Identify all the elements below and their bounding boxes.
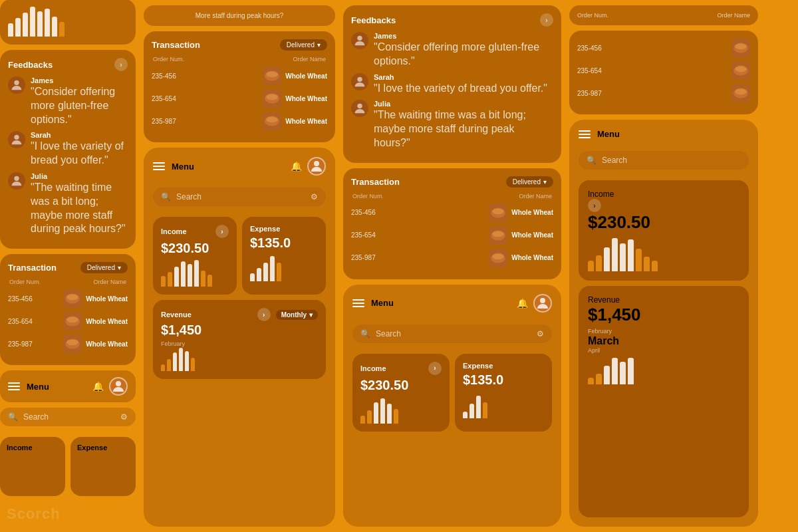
transaction-title-2: Transaction [152, 40, 200, 50]
transaction-card-col1: Transaction Delivered ▾ Order Num. Order… [0, 254, 136, 365]
income-chart-col3 [360, 397, 442, 424]
table-row: 235-654 Whole Wheat [8, 312, 128, 331]
svg-point-13 [267, 94, 278, 100]
app-screen-col3: Menu 🔔 🔍 Search ⚙ Income › $230.50 [343, 285, 561, 527]
feedback-quote-j3: "Consider offering more gluten-free opti… [374, 41, 553, 68]
table-row: 235-987 [577, 84, 750, 102]
search-icon-col1: 🔍 [8, 412, 18, 422]
avatar-julia [8, 172, 25, 190]
expense-card: Expense $135.0 [242, 217, 326, 295]
expense-label: Expense [250, 225, 280, 233]
revenue-chart [161, 348, 318, 371]
svg-point-23 [493, 231, 504, 237]
table-row: 235-456 Whole Wheat [152, 66, 327, 85]
hamburger-icon-col4[interactable] [579, 130, 591, 138]
search-bar-col3[interactable]: 🔍 Search ⚙ [352, 325, 552, 343]
bell-icon-main[interactable]: 🔔 [291, 161, 302, 172]
search-bar-col1[interactable]: 🔍 Search ⚙ [0, 408, 136, 426]
bread-thumb-3 [63, 334, 82, 353]
scorch-label: Scorch [0, 501, 136, 527]
hamburger-icon[interactable] [8, 382, 20, 390]
income-card: Income › $230.50 [153, 217, 237, 295]
search-icon-main: 🔍 [161, 192, 171, 201]
feedback-item-sarah: Sarah "I love the variety of bread you o… [8, 131, 128, 168]
svg-point-0 [14, 80, 19, 85]
feedback-name-sarah: Sarah [31, 131, 128, 139]
revenue-card-col4: Revenue $1,450 February March April [579, 286, 749, 517]
feedback-item-james-col3: James "Consider offering more gluten-fre… [351, 32, 553, 68]
income-label: Income [161, 227, 187, 235]
filter-icon-col1[interactable]: ⚙ [120, 412, 128, 422]
income-arrow-large[interactable]: › [588, 199, 601, 212]
revenue-label-col4: Revenue [588, 295, 620, 305]
bell-icon-col3[interactable]: 🔔 [517, 298, 528, 309]
avatar-col3[interactable] [533, 294, 552, 313]
feedback-quote-julia: "The waiting time was a bit long; maybe … [31, 181, 128, 236]
expense-amount: $135.0 [250, 235, 318, 251]
feedback-quote-sarah: "I love the variety of bread you offer." [31, 140, 128, 168]
month-feb-col4: February [588, 328, 739, 334]
expense-label-col1: Expense [77, 444, 129, 452]
income-card-col3: Income › $230.50 [352, 354, 450, 432]
svg-point-28 [735, 44, 746, 50]
header-col3: Menu 🔔 [352, 294, 552, 313]
col-headers-1: Order Num. Order Name [8, 279, 128, 285]
table-row: 235-654 Whole Wheat [351, 226, 553, 245]
feedback-item-julia: Julia "The waiting time was a bit long; … [8, 172, 128, 236]
hamburger-icon-main[interactable] [153, 162, 165, 170]
income-chart [161, 260, 229, 287]
feedback-name-james: James [31, 76, 128, 84]
transaction-card-col2: Transaction Delivered ▾ Order Num. Order… [144, 31, 335, 142]
avatar-james-col3 [351, 32, 368, 49]
delivered-badge-1[interactable]: Delivered ▾ [80, 262, 128, 273]
feedbacks-title-col3: Feedbacks [351, 15, 396, 25]
svg-point-30 [735, 66, 746, 72]
feedback-item-james: James "Consider offering more gluten-fre… [8, 76, 128, 126]
bread-thumb-c2 [489, 226, 507, 245]
search-bar-col4[interactable]: 🔍 Search [579, 151, 749, 170]
table-row: 235-987 Whole Wheat [8, 334, 128, 353]
expense-amount-col3: $135.0 [463, 372, 544, 388]
feedbacks-title: Feedbacks [8, 60, 53, 70]
bread-thumb-d2 [732, 61, 750, 80]
income-arrow-col3[interactable]: › [428, 362, 442, 375]
expense-chart [250, 255, 318, 281]
feedbacks-arrow-col3[interactable]: › [540, 13, 553, 27]
avatar-julia-col3 [351, 100, 368, 117]
transaction-title-3: Transaction [351, 177, 400, 187]
bell-icon-col1[interactable]: 🔔 [92, 381, 104, 392]
filter-icon-col3[interactable]: ⚙ [537, 329, 544, 338]
avatar-main[interactable] [307, 157, 326, 176]
revenue-amount-col4: $1,450 [588, 305, 739, 325]
header-menu-col1[interactable]: Menu [8, 382, 49, 392]
delivered-badge-3[interactable]: Delivered ▾ [506, 176, 553, 188]
table-row: 235-654 Whole Wheat [152, 89, 327, 108]
expense-chart-col3 [463, 392, 544, 418]
bread-thumb-2 [63, 312, 82, 331]
table-row: 235-456 Whole Wheat [8, 289, 128, 308]
bread-thumb-a3 [263, 112, 281, 130]
month-march-col4: March [588, 335, 739, 347]
feedbacks-card-col3: Feedbacks › James "Consider offering mor… [343, 5, 561, 163]
search-bar-main[interactable]: 🔍 Search ⚙ [153, 188, 326, 206]
feedback-name-s3: Sarah [374, 73, 547, 81]
avatar-col1[interactable] [109, 377, 128, 396]
bread-thumb-1 [63, 289, 82, 308]
delivered-badge-2[interactable]: Delivered ▾ [280, 39, 327, 51]
svg-point-18 [357, 76, 362, 81]
income-arrow[interactable]: › [215, 225, 229, 238]
revenue-arrow[interactable]: › [257, 308, 271, 321]
avatar-sarah [8, 131, 25, 148]
table-row: 235-654 [577, 61, 750, 80]
transaction-title-1: Transaction [8, 263, 57, 273]
feedback-quote-s3: "I love the variety of bread you offer." [374, 82, 547, 96]
income-expense-row-col3: Income › $230.50 Expense $135.0 [352, 354, 552, 432]
month-feb: February [161, 340, 318, 347]
filter-icon-main[interactable]: ⚙ [311, 192, 318, 201]
monthly-badge[interactable]: Monthly ▾ [276, 310, 318, 320]
feedbacks-arrow[interactable]: › [114, 58, 128, 71]
avatar-sarah-col3 [351, 73, 368, 90]
main-header: Menu 🔔 [153, 157, 326, 176]
hamburger-icon-col3[interactable] [352, 299, 364, 307]
svg-point-11 [267, 72, 278, 78]
